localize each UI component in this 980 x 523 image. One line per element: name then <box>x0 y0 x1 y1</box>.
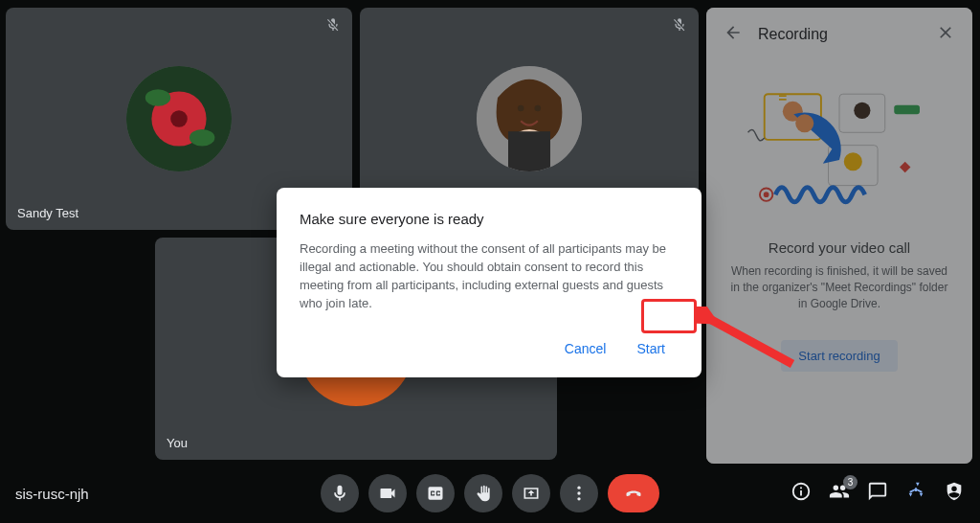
captions-toggle[interactable] <box>416 474 455 512</box>
panel-title: Recording <box>758 26 921 43</box>
svg-point-2 <box>170 110 188 127</box>
meeting-code: sis-rusc-njh <box>15 486 89 502</box>
avatar <box>477 66 582 171</box>
back-icon[interactable] <box>724 23 743 46</box>
cancel-button[interactable]: Cancel <box>551 333 620 364</box>
people-button[interactable]: 3 <box>829 481 850 506</box>
start-button[interactable]: Start <box>623 333 679 364</box>
svg-point-23 <box>577 497 580 500</box>
mic-off-icon <box>325 17 341 36</box>
mic-toggle[interactable] <box>321 474 359 512</box>
control-bar: sis-rusc-njh 3 <box>0 464 980 523</box>
mic-off-icon <box>672 17 687 36</box>
svg-point-22 <box>577 491 580 494</box>
participant-count-badge: 3 <box>843 475 858 489</box>
svg-rect-14 <box>894 105 920 115</box>
svg-point-16 <box>844 153 862 171</box>
svg-point-19 <box>764 193 769 198</box>
recording-description: When recording is finished, it will be s… <box>724 263 955 311</box>
svg-point-7 <box>518 105 524 112</box>
meeting-details-button[interactable] <box>791 481 812 506</box>
recording-panel: Recording Record your video call When re… <box>706 8 972 464</box>
participant-name: Sandy Test <box>17 206 78 220</box>
svg-point-21 <box>577 487 580 489</box>
svg-point-3 <box>145 89 170 106</box>
svg-point-17 <box>795 115 813 133</box>
more-options-button[interactable] <box>560 474 598 512</box>
start-recording-button[interactable]: Start recording <box>781 340 897 372</box>
chat-button[interactable] <box>867 481 888 506</box>
activities-button[interactable] <box>905 481 926 506</box>
recording-heading: Record your video call <box>724 239 955 256</box>
modal-title: Make sure everyone is ready <box>300 211 679 227</box>
svg-point-13 <box>854 102 870 119</box>
consent-modal: Make sure everyone is ready Recording a … <box>277 188 702 377</box>
camera-toggle[interactable] <box>368 474 407 512</box>
self-name: You <box>167 436 188 450</box>
svg-point-8 <box>535 105 542 112</box>
host-controls-button[interactable] <box>944 481 965 506</box>
recording-illustration <box>724 75 955 218</box>
raise-hand-button[interactable] <box>464 474 502 512</box>
svg-point-4 <box>189 129 214 147</box>
close-icon[interactable] <box>936 23 955 46</box>
present-button[interactable] <box>512 474 550 512</box>
modal-body: Recording a meeting without the consent … <box>300 240 679 312</box>
avatar <box>126 66 232 171</box>
leave-call-button[interactable] <box>608 474 659 512</box>
svg-rect-9 <box>508 131 550 171</box>
